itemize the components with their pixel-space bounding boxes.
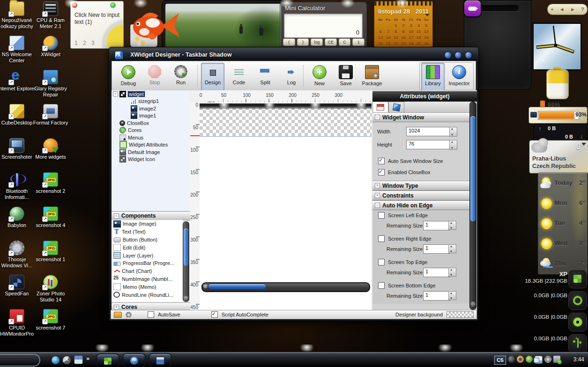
remaining-size-input[interactable]: 1 [423, 244, 450, 254]
component-item[interactable]: Edit (Edit) [112, 243, 183, 251]
calendar-day[interactable]: 9 [400, 29, 407, 35]
component-item[interactable]: RoundLine (RoundLi... [112, 291, 183, 299]
mini-calculator-widget[interactable]: Mini Calculator 0 ()logCEC1 [280, 2, 367, 48]
calculator-button[interactable]: C [339, 38, 351, 46]
remaining-size-input[interactable]: 1 [423, 221, 450, 230]
component-item[interactable]: NumbImage (NumbI... [112, 275, 183, 283]
scrollbar-thumb[interactable] [208, 284, 266, 290]
check-icon[interactable]: ✓ [110, 2, 116, 8]
tray-icon[interactable] [508, 356, 515, 363]
maximize-button[interactable] [454, 51, 462, 59]
collapse-icon[interactable]: − [375, 115, 380, 120]
calculator-button[interactable]: log [311, 38, 323, 46]
tree-item[interactable]: Widget Icon [112, 156, 190, 163]
notes-widget[interactable]: ✕ ✓ Click New to input text (1) 1 2 3 [70, 1, 124, 49]
expand-icon[interactable]: − [375, 203, 380, 208]
calculator-button[interactable]: ( [283, 38, 295, 46]
tray-icon[interactable] [535, 356, 543, 364]
close-button[interactable] [465, 51, 472, 59]
tree-item[interactable]: image1 [112, 112, 190, 120]
calendar-day[interactable] [377, 23, 384, 29]
component-item[interactable]: Image (Image) [112, 220, 183, 228]
gear-icon[interactable] [126, 312, 132, 318]
tray-icon[interactable] [517, 356, 524, 363]
scrollbar-thumb[interactable] [184, 228, 188, 266]
tree-item[interactable]: Menus [112, 134, 190, 141]
weather-forecast-widget[interactable]: Today 2° Mon 6° Tue 4° Wed 8° Thu 7° [538, 172, 588, 274]
calendar-day[interactable]: 16 [400, 35, 407, 41]
taskbar-clock[interactable]: 3:44 [573, 356, 584, 363]
tree-item[interactable]: image2 [112, 105, 190, 112]
toolbar-button[interactable]: Inspector [447, 63, 471, 92]
attributes-scrollbar[interactable] [469, 102, 476, 310]
battery-widget[interactable] [546, 69, 569, 99]
calendar-day[interactable]: 10 [407, 29, 415, 35]
tree-item[interactable]: CloseBox [112, 119, 190, 127]
remaining-size-spinner[interactable] [448, 221, 456, 230]
remaining-size-input[interactable]: 1 [423, 291, 450, 301]
calendar-day[interactable]: 19 [423, 35, 430, 41]
autocomplete-checkbox[interactable] [211, 311, 218, 318]
tree-item[interactable]: sizegrip1 [112, 98, 190, 105]
checkbox[interactable] [378, 169, 385, 176]
toolbar-button[interactable]: Split [253, 63, 277, 92]
calendar-day[interactable]: 14 [384, 35, 392, 41]
toolbar-button[interactable]: Package [360, 63, 384, 92]
calendar-day[interactable]: 2 [400, 23, 407, 29]
clock-widget[interactable] [532, 22, 582, 71]
calculator-button[interactable]: ) [297, 38, 309, 46]
start-button[interactable] [0, 354, 40, 367]
nav-button[interactable]: ► [570, 7, 575, 12]
remaining-size-spinner[interactable] [448, 291, 456, 300]
title-bar[interactable]: X XWidget Designer - Taskbar Shadow [111, 49, 477, 61]
collapsible-section[interactable]: − Auto Hide on Edge [372, 200, 469, 210]
design-canvas[interactable] [200, 103, 372, 311]
toolbar-overflow-chevron[interactable]: » [86, 355, 89, 362]
component-item[interactable]: Button (Button) [112, 236, 183, 244]
tray-icon[interactable] [544, 356, 551, 363]
expand-icon[interactable]: + [114, 305, 119, 310]
drive-row[interactable]: 0.0GB |0.0GB [515, 291, 588, 313]
tree-item[interactable]: Default Image [112, 148, 190, 156]
desktop-icon[interactable]: ↗ CPU & Ram Meter 2.1 [31, 1, 70, 35]
autosave-checkbox[interactable] [148, 311, 154, 318]
minimize-button[interactable] [444, 51, 452, 59]
calculator-button[interactable]: 1 [352, 38, 365, 46]
component-item[interactable]: Chart (Chart) [112, 267, 183, 275]
collapsible-section[interactable]: + Constraints [372, 191, 469, 200]
calendar-day[interactable]: 5 [423, 23, 430, 29]
width-input[interactable]: 1024 [406, 127, 451, 136]
calculator-button[interactable]: CE [325, 38, 337, 46]
desktop-icon[interactable]: ↗ Glary Registry Repair [31, 69, 70, 103]
navigation-widget[interactable]: +◄►? [547, 4, 588, 15]
toolbar-button[interactable]: Run [169, 63, 193, 92]
checkbox[interactable] [378, 212, 385, 219]
quick-launch-icon[interactable] [52, 356, 60, 364]
height-spinner[interactable] [449, 140, 457, 150]
checkbox[interactable] [378, 282, 385, 289]
taskbar-app-button[interactable] [122, 353, 146, 367]
calendar-day[interactable]: 18 [415, 35, 422, 41]
toolbar-button[interactable]: Stop [143, 63, 166, 92]
desktop-icon[interactable]: ↗ More widgets [31, 138, 70, 172]
checkbox[interactable] [378, 235, 385, 242]
weather-current-widget[interactable]: 6° Praha-Libus Czech Republic [528, 139, 588, 174]
calendar-day[interactable]: 11 [415, 29, 422, 35]
toolbar-button[interactable]: Log [280, 63, 303, 92]
quick-launch-icon[interactable] [63, 356, 71, 364]
drive-row[interactable]: XP 18.3GB |232.9GB [515, 270, 588, 291]
tree-expand-icon[interactable]: − [113, 91, 118, 96]
quick-launch-icon[interactable] [74, 355, 83, 364]
remaining-size-spinner[interactable] [448, 268, 456, 277]
tree-item[interactable]: Widget Attributes [112, 141, 190, 149]
desktop-icon[interactable]: ↗ screenshot 7 [31, 308, 70, 343]
nav-button[interactable]: + [551, 7, 553, 12]
width-spinner[interactable] [449, 127, 457, 137]
checkbox[interactable] [378, 158, 385, 164]
nav-button[interactable]: ◄ [559, 7, 565, 12]
desktop-icon[interactable]: ↗ Zoner Photo Studio 14 [31, 274, 70, 308]
folder-icon[interactable] [114, 312, 122, 318]
tab-object[interactable] [388, 102, 404, 112]
collapsible-section[interactable]: + Window Type [372, 181, 469, 191]
taskbar-app-button[interactable] [96, 353, 119, 367]
